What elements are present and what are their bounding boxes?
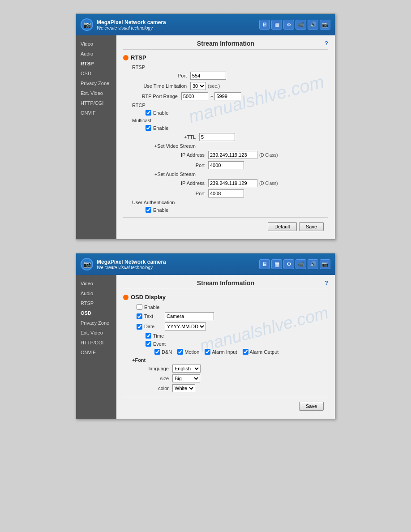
dn-checkbox[interactable]: [154, 349, 160, 355]
panel2-header: 📷 MegaPixel Network camera We create vis…: [76, 253, 335, 275]
language-select[interactable]: English Chinese French German: [172, 365, 201, 373]
record-icon[interactable]: 📹: [295, 20, 306, 30]
osd-date-checkbox[interactable]: [137, 324, 142, 330]
ttl-input[interactable]: [199, 133, 235, 141]
page-wrapper: 📷 MegaPixel Network camera We create vis…: [0, 0, 411, 433]
multicast-enable-checkbox[interactable]: [146, 125, 151, 131]
sidebar2-item-privacy[interactable]: Privacy Zone: [76, 318, 116, 328]
sidebar-item-onvif[interactable]: ONVIF: [76, 108, 116, 118]
video-dclass-label: (D Class): [259, 153, 278, 158]
osd-date-group: Date YYYY-MM-DD MM/DD/YYYY DD/MM/YYYY: [123, 322, 328, 330]
sidebar-item-http[interactable]: HTTP/CGI: [76, 98, 116, 108]
camera2-icon[interactable]: 📷: [320, 20, 330, 30]
audio-ip-input[interactable]: [208, 179, 257, 187]
rtsp-section-name: RTSP: [131, 54, 146, 61]
grid-icon[interactable]: ▦: [271, 20, 282, 30]
osd-time-checkbox[interactable]: [146, 333, 151, 339]
camera3-icon[interactable]: 📷: [320, 259, 330, 269]
motion-checkbox[interactable]: [177, 349, 183, 355]
default-button[interactable]: Default: [268, 222, 297, 231]
logo-icon: 📷: [81, 18, 93, 31]
rtcp-enable-checkbox[interactable]: [146, 110, 151, 116]
header-icons: 🖥 ▦ ⚙ 📹 🔊 📷: [259, 20, 330, 30]
rtp-port-end-input[interactable]: [214, 92, 241, 100]
sidebar-item-audio[interactable]: Audio: [76, 49, 116, 59]
language-row: language English Chinese French German: [132, 365, 328, 373]
osd-date-select[interactable]: YYYY-MM-DD MM/DD/YYYY DD/MM/YYYY: [165, 322, 206, 330]
sidebar-item-osd[interactable]: OSD: [76, 69, 116, 78]
header-icons-2: 🖥 ▦ ⚙ 📹 🔊 📷: [259, 259, 330, 269]
osd-text-checkbox[interactable]: [137, 313, 142, 319]
speaker2-icon[interactable]: 🔊: [308, 259, 318, 269]
sidebar-item-privacy[interactable]: Privacy Zone: [76, 78, 116, 88]
video-port-input[interactable]: [208, 161, 244, 169]
gear-icon[interactable]: ⚙: [283, 20, 294, 30]
sidebar-item-rtsp[interactable]: RTSP: [76, 59, 116, 69]
time-limit-label: Use Time Limitation: [137, 83, 190, 89]
record2-icon[interactable]: 📹: [295, 259, 306, 269]
sidebar2-item-onvif[interactable]: ONVIF: [76, 348, 116, 357]
speaker-icon[interactable]: 🔊: [308, 20, 318, 30]
monitor2-icon[interactable]: 🖥: [259, 259, 270, 269]
grid2-icon[interactable]: ▦: [271, 259, 282, 269]
osd-text-input[interactable]: [165, 312, 214, 320]
sec-label: (sec.): [208, 83, 220, 89]
multicast-enable-label: Enable: [153, 125, 168, 131]
help-icon[interactable]: ?: [325, 40, 328, 47]
rtp-range-group: RTP Port Range ~: [123, 92, 328, 100]
gear2-icon[interactable]: ⚙: [283, 259, 294, 269]
panel2-title: Stream Information ?: [123, 279, 328, 289]
rtcp-enable-label: Enable: [153, 110, 168, 116]
rtcp-subsection: RTCP Enable: [123, 103, 328, 116]
font-title: +Font: [132, 357, 328, 363]
sidebar2-item-audio[interactable]: Audio: [76, 288, 116, 298]
audio-ip-group: IP Address (D Class): [132, 179, 328, 187]
video-ip-input[interactable]: [208, 151, 257, 159]
alarm-output-label: Alarm Output: [250, 349, 279, 355]
help2-icon[interactable]: ?: [325, 279, 328, 286]
osd-time-row: Time: [123, 333, 328, 339]
size-row: size Big Medium Small: [132, 374, 328, 382]
dn-checkbox-pair: D&N: [154, 349, 172, 355]
sidebar2-item-http[interactable]: HTTP/CGI: [76, 338, 116, 348]
port-range: ~: [181, 92, 241, 100]
video-stream-label: +Set Video Stream: [146, 143, 199, 149]
rtp-port-start-input[interactable]: [181, 92, 208, 100]
alarm-output-checkbox[interactable]: [243, 349, 248, 355]
audio-port-input[interactable]: [208, 189, 244, 197]
osd-enable-checkbox[interactable]: [137, 304, 142, 310]
audio-dclass-label: (D Class): [259, 181, 278, 186]
sidebar2-item-video[interactable]: Video: [76, 279, 116, 288]
audio-port-group: Port: [132, 189, 328, 197]
panel1-sidebar: Video Audio RTSP OSD Privacy Zone Ext. V…: [76, 35, 116, 239]
osd-enable-row: Enable: [123, 304, 328, 310]
sidebar-item-ext-video[interactable]: Ext. Video: [76, 88, 116, 98]
ttl-label: +TTL: [146, 134, 199, 140]
motion-label: Motion: [184, 349, 199, 355]
osd-section-header: OSD Display: [123, 294, 328, 300]
size-select[interactable]: Big Medium Small: [172, 374, 200, 382]
rtsp-bullet: [123, 55, 128, 60]
panel2-sidebar: Video Audio RTSP OSD Privacy Zone Ext. V…: [76, 275, 116, 419]
logo-icon-2: 📷: [81, 258, 93, 270]
rtsp-port-input[interactable]: [190, 72, 226, 80]
panel2-body: Video Audio RTSP OSD Privacy Zone Ext. V…: [76, 275, 335, 419]
monitor-icon[interactable]: 🖥: [259, 20, 270, 30]
osd-event-checkbox[interactable]: [146, 341, 151, 347]
color-select[interactable]: White Black Red Blue: [172, 384, 195, 392]
sidebar2-item-rtsp[interactable]: RTSP: [76, 298, 116, 308]
save-button-2[interactable]: Save: [299, 402, 324, 411]
size-label: size: [137, 376, 172, 381]
osd-bullet: [123, 295, 128, 300]
alarm-input-checkbox[interactable]: [205, 349, 210, 355]
user-auth-enable-checkbox[interactable]: [146, 207, 151, 213]
sidebar2-item-osd[interactable]: OSD: [76, 308, 116, 318]
multicast-subsection: Multicast Enable +TTL +Set Video Stream: [123, 118, 328, 197]
time-limit-select[interactable]: 30 60 90: [190, 82, 206, 90]
rtsp-section-header: RTSP: [123, 54, 328, 61]
save-button-1[interactable]: Save: [299, 222, 324, 231]
panel1-body: Video Audio RTSP OSD Privacy Zone Ext. V…: [76, 35, 335, 239]
osd-section-name: OSD Display: [131, 294, 166, 300]
sidebar-item-video[interactable]: Video: [76, 39, 116, 49]
sidebar2-item-ext-video[interactable]: Ext. Video: [76, 328, 116, 338]
